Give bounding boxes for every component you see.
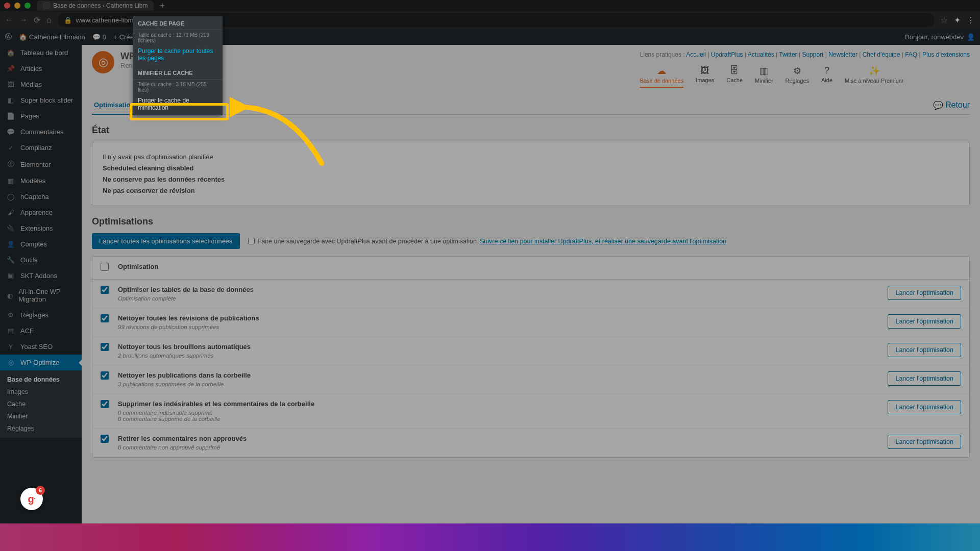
sidebar-item-modèles[interactable]: ▦Modèles [0,173,82,189]
row-checkbox[interactable] [101,343,109,351]
sidebar-item-extensions[interactable]: 🔌Extensions [0,220,82,236]
sidebar-item-commentaires[interactable]: 💬Commentaires [0,124,82,140]
sidebar-sub-base-de-données[interactable]: Base de données [0,373,82,386]
wpo-link-updraftplus[interactable]: UpdraftPlus [711,51,743,58]
tab-icon: 🗄 [726,65,743,76]
sidebar-item-apparence[interactable]: 🖌Apparence [0,205,82,220]
sidebar-item-acf[interactable]: ▤ACF [0,323,82,339]
favicon-icon [43,2,50,9]
sidebar-icon: ◐ [6,292,13,299]
sidebar-item-yoast-seo[interactable]: YYoast SEO [0,339,82,355]
sidebar-item-hcaptcha[interactable]: ◯hCaptcha [0,189,82,205]
reload-icon[interactable]: ⟳ [34,15,40,25]
close-window-icon[interactable] [4,3,10,9]
menu-icon[interactable]: ⋮ [967,15,975,25]
back-icon[interactable]: ← [5,15,13,24]
row-checkbox[interactable] [101,314,109,322]
col-header-optimisation: Optimisation [118,263,871,270]
wpo-link-chef d'équipe[interactable]: Chef d'équipe [863,51,900,58]
sidebar-label: SKT Addons [20,272,57,280]
row-checkbox[interactable] [101,435,109,443]
forward-icon[interactable]: → [19,15,28,24]
wpo-tab-images[interactable]: 🖼Images [696,65,714,88]
sidebar-item-pages[interactable]: 📄Pages [0,108,82,124]
row-checkbox[interactable] [101,371,109,380]
sidebar-item-skt-addons[interactable]: ▣SKT Addons [0,268,82,284]
run-optimisation-button[interactable]: Lancer l'optimisation [888,400,961,414]
sidebar-item-réglages[interactable]: ⚙Réglages [0,307,82,323]
sidebar-item-super-block-slider[interactable]: ◧Super block slider [0,92,82,108]
select-all-checkbox[interactable] [101,263,109,271]
greeting[interactable]: Bonjour, ronwebdev [905,33,964,41]
sidebar-item-wp-optimize[interactable]: ◎WP-Optimize [0,355,82,370]
wpo-link-actualités[interactable]: Actualités [748,51,774,58]
wpo-link-plus d'extensions[interactable]: Plus d'extensions [922,51,970,58]
sidebar-item-articles[interactable]: 📌Articles [0,61,82,77]
sidebar-sub-réglages[interactable]: Réglages [0,422,82,435]
wpo-tab-réglages[interactable]: ⚙Réglages [786,65,809,88]
sidebar-icon: ▤ [6,327,15,335]
opt-title: Nettoyer les publications dans la corbei… [118,371,871,379]
comments-link[interactable]: 💬 0 [92,33,106,41]
wpo-tab-aide[interactable]: ?Aide [821,65,832,88]
extensions-icon[interactable]: ✦ [954,15,961,25]
minimize-window-icon[interactable] [14,3,20,9]
sidebar-item-complianz[interactable]: ✓Complianz [0,140,82,156]
run-all-button[interactable]: Lancer toutes les optimisations sélectio… [92,233,240,249]
sidebar-item-all-in-one-wp-migration[interactable]: ◐All-in-One WP Migration [0,284,82,307]
wpo-link-newsletter[interactable]: Newsletter [828,51,857,58]
purge-minify-item[interactable]: Purger le cache de minification [133,94,223,115]
run-optimisation-button[interactable]: Lancer l'optimisation [888,286,961,300]
browser-tab[interactable]: Base de données ‹ Catherine Libm [37,1,154,11]
run-optimisation-button[interactable]: Lancer l'optimisation [888,343,961,357]
site-link[interactable]: 🏠 Catherine Libmann [19,33,85,41]
run-optimisation-button[interactable]: Lancer l'optimisation [888,435,961,449]
avatar-icon[interactable]: 👤 [967,33,975,41]
row-checkbox[interactable] [101,400,109,408]
sidebar-icon: ◧ [6,96,15,104]
home-icon[interactable]: ⌂ [46,15,52,24]
retour-link[interactable]: 💬 Retour [933,96,970,114]
status-box: Il n'y avait pas d'optimisation planifié… [92,142,970,206]
opt-subtitle: 0 commentaire non approuvé supprimé [118,444,871,450]
run-optimisation-button[interactable]: Lancer l'optimisation [888,371,961,386]
sidebar-item-comptes[interactable]: 👤Comptes [0,236,82,252]
sidebar-sub-images[interactable]: Images [0,386,82,398]
table-row: Nettoyer les publications dans la corbei… [92,365,969,394]
wpo-link-accueil[interactable]: Accueil [686,51,706,58]
wpo-link-support[interactable]: Support [802,51,823,58]
backup-note[interactable]: Faire une sauvegarde avec UpdraftPlus av… [248,238,727,245]
wpo-tab-minifier[interactable]: ▥Minifier [755,65,773,88]
purge-all-pages-item[interactable]: Purger le cache pour toutes les pages [133,44,223,66]
opt-title: Supprimer les indésirables et les commen… [118,400,871,408]
maximize-window-icon[interactable] [24,3,31,9]
sidebar-sub-cache[interactable]: Cache [0,398,82,410]
opt-title: Retirer les commentaires non approuvés [118,435,871,442]
backup-link[interactable]: Suivre ce lien pour installer UpdraftPlu… [480,238,726,245]
sidebar-icon: 🔧 [6,256,15,264]
sidebar-item-tableau-de-bord[interactable]: 🏠Tableau de bord [0,45,82,61]
sidebar-icon: 🏠 [6,49,15,57]
wpo-link-faq[interactable]: FAQ [905,51,917,58]
bookmark-icon[interactable]: ☆ [941,15,948,25]
grammarly-badge[interactable]: g• [20,488,43,510]
sidebar-sub-minifier[interactable]: Minifier [0,410,82,422]
sidebar-label: Tableau de bord [20,49,68,57]
sidebar-label: Apparence [20,209,53,216]
wpo-tab-mise-à-niveau-premium[interactable]: ✨Mise à niveau Premium [845,65,903,88]
sidebar-item-elementor[interactable]: ⓔElementor [0,156,82,173]
wpo-tab-base-de-données[interactable]: ☁Base de données [640,65,684,88]
wpo-tab-cache[interactable]: 🗄Cache [726,65,743,88]
row-checkbox[interactable] [101,286,109,294]
backup-checkbox[interactable] [248,238,255,244]
sidebar-item-médias[interactable]: 🖼Médias [0,77,82,92]
sidebar-icon: ⚙ [6,311,15,319]
new-tab-button[interactable]: + [160,1,164,10]
optimisations-table: Optimisation Optimiser les tables de la … [92,256,970,458]
sidebar-item-outils[interactable]: 🔧Outils [0,252,82,268]
tab-title: Base de données ‹ Catherine Libm [53,2,148,9]
wpo-link-twitter[interactable]: Twitter [779,51,797,58]
sidebar-icon: 🖌 [6,209,15,216]
run-optimisation-button[interactable]: Lancer l'optimisation [888,314,961,329]
wp-logo-icon[interactable]: ⓦ [5,32,12,41]
